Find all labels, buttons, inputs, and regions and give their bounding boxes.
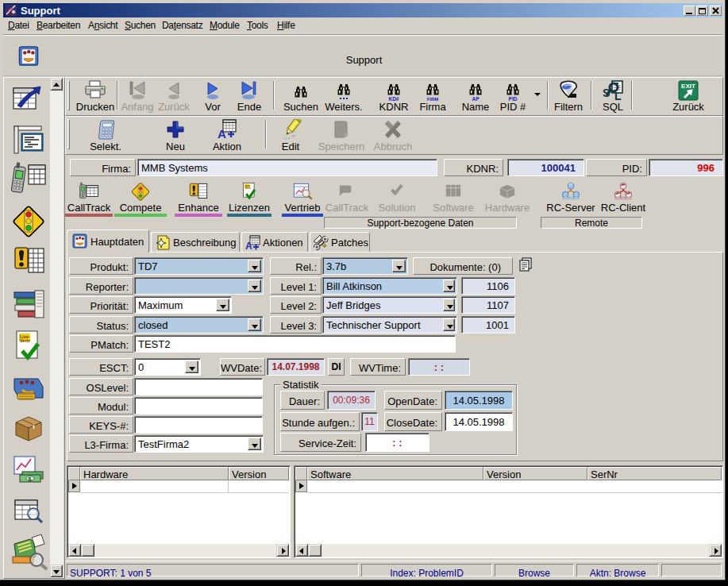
svg-text:Vertr: Vertr bbox=[20, 338, 30, 343]
svg-text:S: S bbox=[603, 87, 610, 99]
svg-text:A: A bbox=[218, 127, 226, 141]
svg-text:L: L bbox=[614, 90, 622, 101]
svg-text:EXIT: EXIT bbox=[681, 83, 695, 90]
svg-text:Vertr: Vertr bbox=[245, 187, 252, 190]
svg-text:$: $ bbox=[29, 476, 32, 483]
